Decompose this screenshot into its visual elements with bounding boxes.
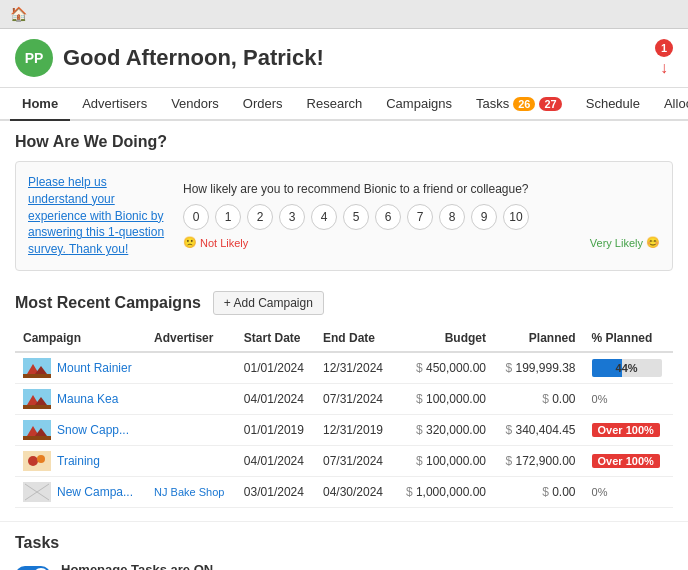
nav-item-tasks[interactable]: Tasks 26 27 — [464, 88, 574, 121]
campaign-link[interactable]: Training — [57, 454, 100, 468]
end-date-cell: 07/31/2024 — [315, 384, 394, 415]
end-date-cell: 12/31/2019 — [315, 415, 394, 446]
pct-planned-cell: 44% — [584, 352, 673, 384]
toggle-switch[interactable] — [15, 566, 51, 571]
campaign-thumb — [23, 482, 51, 502]
campaign-thumb — [23, 389, 51, 409]
notification-badge[interactable]: 1 — [655, 39, 673, 57]
nav-item-research[interactable]: Research — [295, 88, 375, 121]
col-campaign: Campaign — [15, 325, 146, 352]
advertiser-cell: NJ Bake Shop — [146, 477, 236, 508]
rating-2[interactable]: 2 — [247, 204, 273, 230]
table-row: Mount Rainier 01/01/2024 12/31/2024 $ 45… — [15, 352, 673, 384]
rating-5[interactable]: 5 — [343, 204, 369, 230]
start-date-cell: 01/01/2024 — [236, 352, 315, 384]
table-row: Training 04/01/2024 07/31/2024 $ 100,000… — [15, 446, 673, 477]
dollar-sign: $ — [542, 392, 552, 406]
start-date-cell: 04/01/2024 — [236, 384, 315, 415]
rating-row: 0 1 2 3 4 5 6 7 8 9 10 — [183, 204, 660, 230]
nav-item-advertisers[interactable]: Advertisers — [70, 88, 159, 121]
tasks-section: Tasks Homepage Tasks are ON Toggle Task … — [0, 521, 688, 570]
survey-description: Please help us understand your experienc… — [28, 174, 168, 258]
rating-4[interactable]: 4 — [311, 204, 337, 230]
budget-cell: $ 1,000,000.00 — [394, 477, 494, 508]
dollar-sign: $ — [416, 454, 426, 468]
top-bar: 🏠 — [0, 0, 688, 29]
start-date-cell: 03/01/2024 — [236, 477, 315, 508]
campaign-link[interactable]: Snow Capp... — [57, 423, 129, 437]
campaign-link[interactable]: New Campa... — [57, 485, 133, 499]
zero-pct-label: 0% — [592, 486, 608, 498]
campaigns-header: Most Recent Campaigns + Add Campaign — [15, 291, 673, 315]
col-end-date: End Date — [315, 325, 394, 352]
dollar-sign: $ — [505, 423, 515, 437]
add-campaign-button[interactable]: + Add Campaign — [213, 291, 324, 315]
advertiser-link[interactable]: NJ Bake Shop — [154, 486, 224, 498]
notification-area: 1 ↓ — [655, 39, 673, 77]
campaign-link[interactable]: Mount Rainier — [57, 361, 132, 375]
rating-3[interactable]: 3 — [279, 204, 305, 230]
tasks-badge-red[interactable]: 27 — [539, 97, 561, 111]
dollar-sign: $ — [416, 392, 426, 406]
greeting: Good Afternoon, Patrick! — [63, 45, 324, 71]
campaign-thumb — [23, 358, 51, 378]
col-planned: Planned — [494, 325, 584, 352]
pct-planned-cell: 0% — [584, 477, 673, 508]
over-100-badge: Over 100% — [592, 454, 660, 468]
rating-8[interactable]: 8 — [439, 204, 465, 230]
planned-cell: $ 340,404.45 — [494, 415, 584, 446]
pct-planned-cell: 0% — [584, 384, 673, 415]
toggle-row: Homepage Tasks are ON Toggle Task Widget — [15, 562, 673, 570]
rating-0[interactable]: 0 — [183, 204, 209, 230]
table-row: New Campa... NJ Bake Shop 03/01/2024 04/… — [15, 477, 673, 508]
svg-point-14 — [37, 455, 45, 463]
thank-you-link[interactable]: Thank you! — [69, 242, 128, 256]
budget-cell: $ 450,000.00 — [394, 352, 494, 384]
campaigns-title: Most Recent Campaigns — [15, 294, 201, 312]
zero-pct-label: 0% — [592, 393, 608, 405]
very-likely-label: Very Likely 😊 — [590, 236, 660, 249]
rating-7[interactable]: 7 — [407, 204, 433, 230]
main-content: How Are We Doing? Please help us underst… — [0, 121, 688, 521]
dollar-sign: $ — [505, 454, 515, 468]
budget-cell: $ 100,000.00 — [394, 384, 494, 415]
campaign-thumb — [23, 420, 51, 440]
survey-right: How likely are you to recommend Bionic t… — [183, 182, 660, 249]
nav-item-vendors[interactable]: Vendors — [159, 88, 231, 121]
avatar: PP — [15, 39, 53, 77]
table-row: Snow Capp... 01/01/2019 12/31/2019 $ 320… — [15, 415, 673, 446]
happy-icon: 😊 — [646, 236, 660, 249]
toggle-label: Homepage Tasks are ON — [61, 562, 213, 570]
main-nav: Home Advertisers Vendors Orders Research… — [0, 88, 688, 121]
advertiser-cell — [146, 415, 236, 446]
nav-item-campaigns[interactable]: Campaigns — [374, 88, 464, 121]
nav-item-schedule[interactable]: Schedule — [574, 88, 652, 121]
planned-cell: $ 199,999.38 — [494, 352, 584, 384]
nav-item-home[interactable]: Home — [10, 88, 70, 121]
dollar-sign: $ — [416, 361, 426, 375]
planned-cell: $ 0.00 — [494, 477, 584, 508]
planned-cell: $ 172,900.00 — [494, 446, 584, 477]
pct-planned-cell: Over 100% — [584, 415, 673, 446]
nav-item-orders[interactable]: Orders — [231, 88, 295, 121]
campaign-link[interactable]: Mauna Kea — [57, 392, 118, 406]
advertiser-cell — [146, 446, 236, 477]
campaigns-table: Campaign Advertiser Start Date End Date … — [15, 325, 673, 509]
end-date-cell: 07/31/2024 — [315, 446, 394, 477]
rating-6[interactable]: 6 — [375, 204, 401, 230]
dollar-sign: $ — [416, 423, 426, 437]
svg-point-13 — [28, 456, 38, 466]
rating-10[interactable]: 10 — [503, 204, 529, 230]
budget-cell: $ 100,000.00 — [394, 446, 494, 477]
rating-1[interactable]: 1 — [215, 204, 241, 230]
home-icon[interactable]: 🏠 — [10, 6, 27, 22]
col-budget: Budget — [394, 325, 494, 352]
header: PP Good Afternoon, Patrick! 1 ↓ — [0, 29, 688, 88]
advertiser-cell — [146, 384, 236, 415]
not-likely-label: 🙁 Not Likely — [183, 236, 248, 249]
rating-9[interactable]: 9 — [471, 204, 497, 230]
tasks-badge-orange[interactable]: 26 — [513, 97, 535, 111]
over-100-badge: Over 100% — [592, 423, 660, 437]
nav-item-allocations[interactable]: Allocations — [652, 88, 688, 121]
svg-rect-11 — [23, 436, 51, 440]
